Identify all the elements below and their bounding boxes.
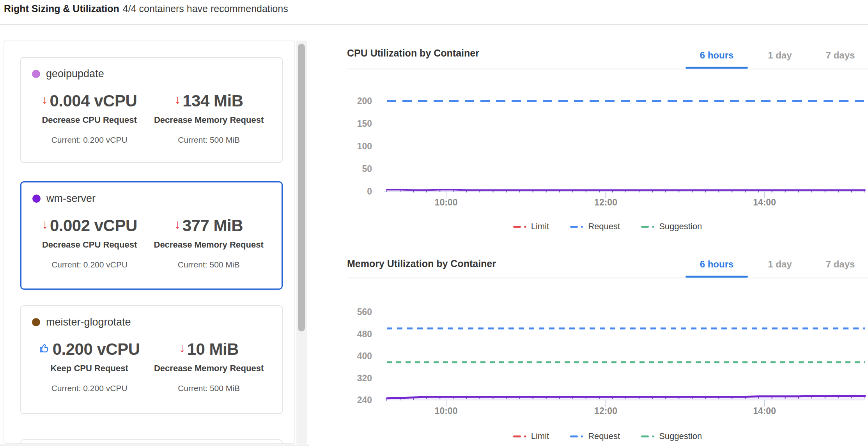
- memory-chart-header-divider: [347, 278, 868, 278]
- container-dot-icon: [32, 195, 41, 203]
- x-axis-tick-label: 10:00: [435, 197, 458, 207]
- y-axis-tick-label: 320: [357, 373, 372, 383]
- legend-dot-swatch: [581, 435, 583, 437]
- metric-value-text: 10 MiB: [187, 340, 239, 359]
- list-scrollbar-thumb[interactable]: [298, 44, 305, 331]
- page-header: Right Sizing & Utilization4/4 containers…: [4, 3, 288, 14]
- metric-action-label: Decrease CPU Request: [32, 115, 147, 125]
- container-card-header: meister-glogrotate: [32, 316, 271, 328]
- legend-dash-swatch: [570, 226, 578, 228]
- tab-1-day[interactable]: 1 day: [753, 258, 807, 278]
- tab-7-days[interactable]: 7 days: [811, 49, 868, 69]
- metric-action-label: Decrease Memory Request: [147, 240, 271, 250]
- container-card-header: wm-server: [32, 193, 271, 205]
- cpu-chart-legend: LimitRequestSuggestion: [347, 221, 868, 232]
- metric-current-value: Current: 500 MiB: [147, 260, 271, 269]
- metric-current-value: Current: 0.200 vCPU: [32, 260, 147, 269]
- metric-value: ↓0.004 vCPU: [32, 92, 147, 110]
- legend-item-suggestion[interactable]: Suggestion: [641, 221, 702, 232]
- metric-value-text: 377 MiB: [182, 216, 243, 235]
- metric-column: ↓134 MiBDecrease Memory RequestCurrent: …: [147, 92, 271, 145]
- y-axis-tick-label: 560: [357, 307, 372, 317]
- container-name: geoipupdate: [46, 68, 104, 80]
- x-axis-tick-label: 12:00: [594, 406, 617, 416]
- legend-dot-swatch: [652, 435, 654, 437]
- metrics-row: 0.200 vCPUKeep CPU RequestCurrent: 0.200…: [32, 340, 271, 393]
- metrics-row: ↓0.002 vCPUDecrease CPU RequestCurrent: …: [32, 216, 271, 269]
- container-card[interactable]: geoipupdate↓0.004 vCPUDecrease CPU Reque…: [20, 57, 283, 163]
- metric-column: ↓0.004 vCPUDecrease CPU RequestCurrent: …: [32, 92, 147, 145]
- metric-value: ↓10 MiB: [147, 340, 271, 359]
- tab-1-day[interactable]: 1 day: [753, 49, 807, 69]
- panel-bottom-edge: [0, 444, 309, 446]
- page-title: Right Sizing & Utilization: [4, 3, 119, 14]
- decrease-arrow-icon: ↓: [175, 94, 181, 105]
- decrease-arrow-icon: ↓: [42, 94, 48, 105]
- container-dot-icon: [32, 70, 40, 78]
- x-axis-tick-label: 14:00: [753, 406, 776, 416]
- container-card[interactable]: wm-server↓0.002 vCPUDecrease CPU Request…: [20, 181, 283, 290]
- page-subtitle: 4/4 containers have recommendations: [123, 3, 288, 14]
- legend-label: Request: [588, 431, 620, 441]
- container-dot-icon: [32, 318, 40, 326]
- legend-dash-swatch: [641, 226, 649, 228]
- metric-value-text: 134 MiB: [182, 92, 243, 110]
- legend-item-suggestion[interactable]: Suggestion: [641, 431, 702, 441]
- metric-value: ↓377 MiB: [147, 216, 271, 235]
- metric-column: ↓10 MiBDecrease Memory RequestCurrent: 5…: [147, 340, 271, 393]
- legend-dot-swatch: [581, 226, 583, 228]
- cpu-utilization-chart: 10:0012:0014:00050100150200: [347, 78, 868, 214]
- x-axis-tick-label: 14:00: [753, 197, 776, 207]
- legend-dash-swatch: [513, 226, 521, 228]
- metric-column: ↓0.002 vCPUDecrease CPU RequestCurrent: …: [32, 216, 147, 269]
- y-axis-tick-label: 480: [357, 329, 372, 339]
- decrease-arrow-icon: ↓: [174, 218, 181, 230]
- legend-dot-swatch: [524, 435, 526, 437]
- memory-time-range-tabs: 6 hours1 day7 days: [686, 258, 868, 278]
- memory-utilization-chart: 10:0012:0014:00240320400480560: [347, 285, 868, 421]
- legend-dash-swatch: [513, 435, 521, 437]
- x-axis-tick-label: 10:00: [435, 406, 458, 416]
- container-name: meister-glogrotate: [46, 316, 131, 328]
- legend-label: Limit: [531, 431, 549, 441]
- metric-action-label: Decrease CPU Request: [32, 240, 147, 250]
- legend-dash-swatch: [641, 435, 649, 437]
- y-axis-tick-label: 100: [357, 141, 372, 151]
- usage-line: [387, 189, 865, 190]
- tab-7-days[interactable]: 7 days: [811, 258, 868, 278]
- metric-current-value: Current: 500 MiB: [147, 135, 271, 145]
- y-axis-tick-label: 200: [357, 96, 372, 106]
- metric-value-text: 0.200 vCPU: [53, 340, 140, 359]
- container-card[interactable]: meister-glogrotate0.200 vCPUKeep CPU Req…: [20, 305, 283, 414]
- tab-6-hours[interactable]: 6 hours: [686, 258, 748, 278]
- decrease-arrow-icon: ↓: [42, 218, 48, 230]
- legend-item-request[interactable]: Request: [570, 431, 620, 441]
- metric-current-value: Current: 0.200 vCPU: [32, 135, 147, 145]
- metric-value-text: 0.002 vCPU: [50, 216, 137, 235]
- y-axis-tick-label: 0: [367, 186, 372, 196]
- legend-item-limit[interactable]: Limit: [513, 431, 549, 441]
- y-axis-tick-label: 400: [357, 351, 372, 361]
- container-card-partial[interactable]: [20, 439, 283, 444]
- memory-chart-title: Memory Utilization by Container: [347, 258, 496, 269]
- tab-6-hours[interactable]: 6 hours: [686, 49, 748, 69]
- cpu-chart-header-divider: [347, 69, 868, 69]
- container-name: wm-server: [46, 193, 96, 205]
- legend-item-request[interactable]: Request: [570, 221, 620, 232]
- y-axis-tick-label: 240: [357, 395, 372, 405]
- metric-action-label: Decrease Memory Request: [147, 115, 271, 125]
- legend-dot-swatch: [524, 226, 526, 228]
- decrease-arrow-icon: ↓: [179, 342, 185, 354]
- containers-panel: geoipupdate↓0.004 vCPUDecrease CPU Reque…: [4, 41, 295, 444]
- legend-dash-swatch: [570, 435, 578, 437]
- y-axis-tick-label: 50: [362, 164, 372, 174]
- x-axis-tick-label: 12:00: [594, 197, 617, 207]
- legend-item-limit[interactable]: Limit: [513, 221, 549, 232]
- legend-label: Suggestion: [659, 221, 702, 232]
- thumbs-up-icon: [39, 343, 50, 354]
- legend-dot-swatch: [652, 226, 654, 228]
- metric-current-value: Current: 0.200 vCPU: [32, 384, 147, 393]
- metric-column: ↓377 MiBDecrease Memory RequestCurrent: …: [147, 216, 271, 269]
- memory-chart-legend: LimitRequestSuggestion: [347, 431, 868, 441]
- metric-value-text: 0.004 vCPU: [50, 92, 137, 110]
